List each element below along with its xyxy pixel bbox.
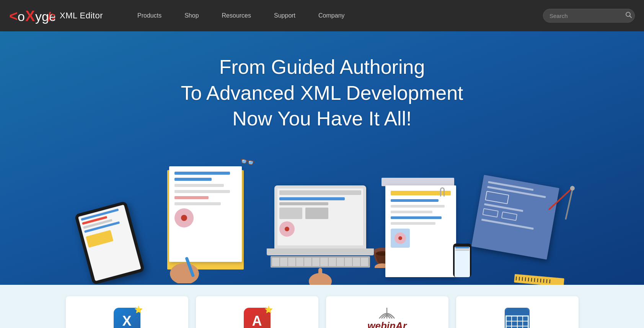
logo-link[interactable]: < o X ygen /> XML Editor	[9, 6, 103, 25]
svg-text:<: <	[9, 8, 18, 24]
cards-section: X ⭐ See what is new in Oxygen XML Editor…	[0, 285, 644, 328]
svg-point-7	[170, 263, 199, 283]
svg-line-15	[557, 187, 581, 219]
card-webinar[interactable]: webinAr Create JSON Schema in Design Mod…	[326, 296, 448, 328]
card-events[interactable]: See All Events ›	[456, 296, 579, 328]
nav-resources[interactable]: Resources	[210, 0, 262, 31]
logo-svg: < o X ygen />	[9, 6, 55, 25]
svg-line-6	[630, 16, 632, 18]
hero-title: From Guided Authoring To Advanced XML De…	[181, 54, 463, 132]
web-author-icon: A ⭐	[244, 308, 271, 328]
xml-editor-icon: X ⭐	[114, 308, 140, 328]
glasses-decoration: 👓	[239, 154, 256, 170]
nav-links: Products Shop Resources Support Company	[126, 0, 543, 31]
tablet-illustration	[83, 201, 152, 285]
hero-section: From Guided Authoring To Advanced XML De…	[0, 31, 644, 285]
search-icon-button[interactable]	[622, 11, 632, 20]
nav-shop[interactable]: Shop	[173, 0, 210, 31]
search-area	[543, 9, 635, 23]
search-input[interactable]	[549, 13, 622, 19]
card-web-author[interactable]: A ⭐ See what is new in Oxygen XML Web Au…	[196, 296, 318, 328]
logo-text: XML Editor	[60, 11, 103, 21]
blueprint-illustration	[473, 193, 561, 285]
svg-text:/>: />	[47, 9, 55, 24]
hand-decoration	[167, 249, 205, 285]
search-box	[543, 9, 635, 23]
card-xml-editor[interactable]: X ⭐ See what is new in Oxygen XML Editor…	[66, 296, 188, 328]
ruler-decoration	[514, 274, 564, 285]
nav-company[interactable]: Company	[307, 0, 356, 31]
main-nav: < o X ygen /> XML Editor Products Shop R…	[0, 0, 644, 31]
calendar-icon	[505, 308, 530, 328]
svg-text:X: X	[25, 8, 35, 24]
hero-illustrations: 👓	[15, 147, 629, 285]
webinar-icon: webinAr	[367, 308, 407, 328]
nav-products[interactable]: Products	[126, 0, 173, 31]
hand-laptop-decoration	[305, 266, 336, 285]
nav-support[interactable]: Support	[262, 0, 307, 31]
svg-rect-10	[318, 268, 322, 281]
laptop-illustration	[267, 185, 374, 285]
svg-text:o: o	[18, 9, 25, 24]
paper-illustration: 👓	[160, 155, 259, 285]
doc-phone-illustration	[382, 178, 466, 285]
search-icon	[625, 11, 632, 18]
